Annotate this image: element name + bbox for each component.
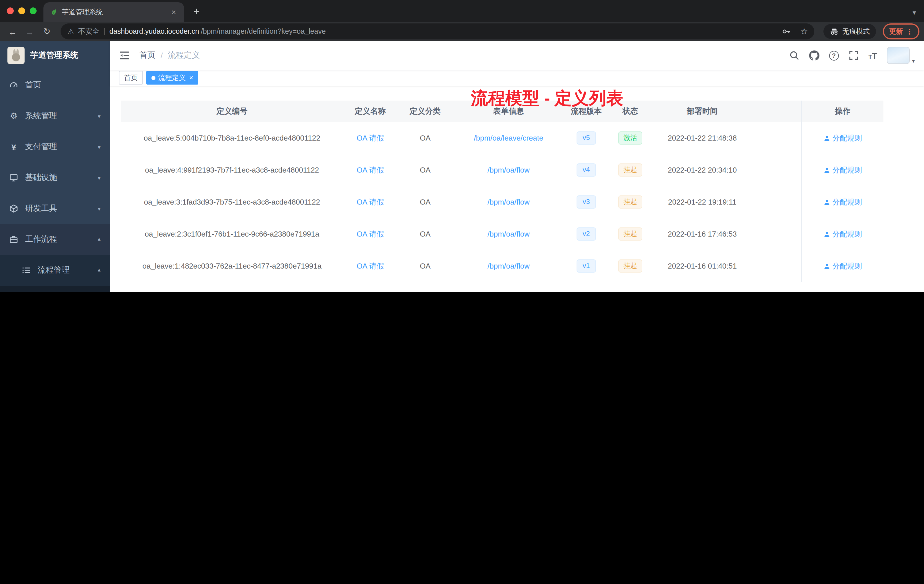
github-icon[interactable] — [809, 50, 819, 61]
caret-down-icon: ▾ — [912, 58, 915, 64]
sidebar-item-payment-management[interactable]: ¥ 支付管理 ▾ — [0, 132, 110, 162]
breadcrumb-current: 流程定义 — [168, 50, 200, 61]
box-icon — [9, 204, 18, 213]
row-spacer — [752, 122, 801, 154]
tab-strip: 芋道管理系统 × + ▾ — [0, 0, 924, 22]
deploy-time: 2022-01-22 21:48:38 — [653, 122, 752, 154]
form-link[interactable]: /bpm/oa/leave/create — [474, 134, 543, 142]
url-host: dashboard.yudao.iocoder.cn — [109, 27, 199, 35]
version-badge: v2 — [576, 228, 596, 241]
form-link[interactable]: /bpm/oa/flow — [487, 198, 530, 206]
tab-close-icon[interactable]: × — [169, 7, 178, 16]
definition-name-link[interactable]: OA 请假 — [356, 229, 384, 239]
status-badge: 挂起 — [618, 196, 642, 209]
warning-icon: ⚠ — [68, 27, 74, 36]
search-icon[interactable] — [789, 50, 799, 61]
table-row: oa_leave:1:482ec033-762a-11ec-8477-a2380… — [121, 250, 883, 282]
avatar[interactable] — [887, 47, 910, 64]
minimize-window-button[interactable] — [18, 7, 25, 14]
assign-rule-link[interactable]: 分配规则 — [823, 133, 862, 143]
form-link[interactable]: /bpm/oa/flow — [487, 262, 530, 270]
close-window-button[interactable] — [7, 7, 14, 14]
chevron-up-icon: ▾ — [98, 267, 101, 274]
hamburger-icon[interactable] — [119, 50, 130, 61]
briefcase-icon — [9, 235, 18, 244]
password-key-icon[interactable] — [779, 27, 794, 36]
font-size-icon[interactable]: TT — [868, 51, 877, 60]
definition-name-link[interactable]: OA 请假 — [356, 261, 384, 271]
sidebar-item-workflow[interactable]: 工作流程 ▾ — [0, 224, 110, 255]
browser-toolbar: ← → ↻ ⚠ 不安全 | dashboard.yudao.iocoder.cn… — [0, 22, 924, 41]
close-icon[interactable]: × — [189, 74, 193, 82]
status-badge: 挂起 — [618, 164, 642, 177]
col-form-info: 表单信息 — [452, 101, 564, 122]
new-tab-button[interactable]: + — [191, 6, 202, 18]
table-row: oa_leave:3:1fad3d93-7b75-11ec-a3c8-acde4… — [121, 186, 883, 218]
col-definition-name: 定义名称 — [343, 101, 398, 122]
sidebar-item-home[interactable]: 首页 — [0, 70, 110, 101]
url-path: /bpm/manager/definition?key=oa_leave — [201, 27, 326, 35]
sidebar-item-process-management[interactable]: 流程管理 ▾ — [0, 255, 110, 286]
user-icon — [823, 199, 830, 205]
traffic-lights — [0, 0, 43, 22]
main-area: 首页 / 流程定义 ? TT ▾ 流程模型 - 定义列表 — [110, 41, 924, 292]
list-icon — [22, 266, 31, 275]
back-button[interactable]: ← — [5, 26, 21, 36]
sidebar: 芋道管理系统 首页 ⚙ 系统管理 ▾ ¥ 支付管理 ▾ 基础设施 ▾ — [0, 41, 110, 292]
assign-rule-link[interactable]: 分配规则 — [823, 197, 862, 207]
assign-rule-link[interactable]: 分配规则 — [823, 229, 862, 239]
monitor-icon — [9, 173, 18, 182]
definition-id: oa_leave:1:482ec033-762a-11ec-8477-a2380… — [121, 250, 343, 282]
sidebar-item-dev-tools[interactable]: 研发工具 ▾ — [0, 193, 110, 224]
menu-dots-icon[interactable]: ⋮ — [906, 27, 913, 36]
browser-tab[interactable]: 芋道管理系统 × — [43, 2, 184, 22]
status-badge: 激活 — [618, 132, 642, 145]
assign-rule-link[interactable]: 分配规则 — [823, 261, 862, 271]
user-icon — [823, 167, 830, 173]
sidebar-logo[interactable]: 芋道管理系统 — [0, 41, 110, 70]
page-content: 定义编号 定义名称 定义分类 表单信息 流程版本 状态 部署时间 操作 oa_l… — [110, 86, 924, 292]
help-icon[interactable]: ? — [829, 51, 838, 60]
definition-name-link[interactable]: OA 请假 — [356, 133, 384, 143]
user-icon — [823, 231, 830, 238]
col-actions: 操作 — [801, 101, 883, 122]
form-link[interactable]: /bpm/oa/flow — [487, 230, 530, 238]
row-spacer — [752, 154, 801, 186]
row-spacer — [752, 218, 801, 250]
sidebar-item-infrastructure[interactable]: 基础设施 ▾ — [0, 162, 110, 193]
assign-rule-link[interactable]: 分配规则 — [823, 165, 862, 175]
forward-button[interactable]: → — [22, 26, 38, 36]
fullscreen-icon[interactable] — [848, 50, 858, 61]
table-row: oa_leave:2:3c1f0ef1-76b1-11ec-9c66-a2380… — [121, 218, 883, 250]
tag-process-definition[interactable]: 流程定义 × — [146, 71, 198, 84]
breadcrumb: 首页 / 流程定义 — [139, 50, 200, 61]
form-link[interactable]: /bpm/oa/flow — [487, 166, 530, 174]
active-dot — [152, 76, 155, 80]
row-spacer — [752, 250, 801, 282]
browser-update-button[interactable]: 更新 ⋮ — [883, 23, 919, 40]
tab-search-chevron-icon[interactable]: ▾ — [912, 8, 916, 16]
bookmark-star-icon[interactable]: ☆ — [797, 26, 811, 36]
sidebar-item-system-management[interactable]: ⚙ 系统管理 ▾ — [0, 101, 110, 132]
user-menu[interactable]: ▾ — [887, 47, 915, 64]
definition-name-link[interactable]: OA 请假 — [356, 165, 384, 175]
definition-category: OA — [398, 122, 452, 154]
definition-name-link[interactable]: OA 请假 — [356, 197, 384, 207]
navbar-actions: ? TT ▾ — [789, 47, 915, 64]
address-bar[interactable]: ⚠ 不安全 | dashboard.yudao.iocoder.cn/bpm/m… — [61, 23, 814, 40]
yen-icon: ¥ — [9, 142, 18, 152]
breadcrumb-home[interactable]: 首页 — [139, 50, 155, 61]
top-navbar: 首页 / 流程定义 ? TT ▾ — [110, 41, 924, 70]
sidebar-item-process-form[interactable]: 流程表单 — [0, 286, 110, 292]
definition-id: oa_leave:2:3c1f0ef1-76b1-11ec-9c66-a2380… — [121, 218, 343, 250]
definition-id: oa_leave:5:004b710b-7b8a-11ec-8ef0-acde4… — [121, 122, 343, 154]
tag-home[interactable]: 首页 — [119, 71, 143, 84]
zoom-window-button[interactable] — [30, 7, 36, 14]
chevron-down-icon: ▾ — [98, 175, 101, 181]
version-badge: v5 — [576, 132, 596, 145]
security-label[interactable]: 不安全 — [78, 26, 99, 36]
definition-category: OA — [398, 250, 452, 282]
deploy-time: 2022-01-22 19:19:11 — [653, 186, 752, 218]
table-header: 定义编号 定义名称 定义分类 表单信息 流程版本 状态 部署时间 操作 — [121, 101, 883, 122]
reload-button[interactable]: ↻ — [39, 26, 55, 36]
